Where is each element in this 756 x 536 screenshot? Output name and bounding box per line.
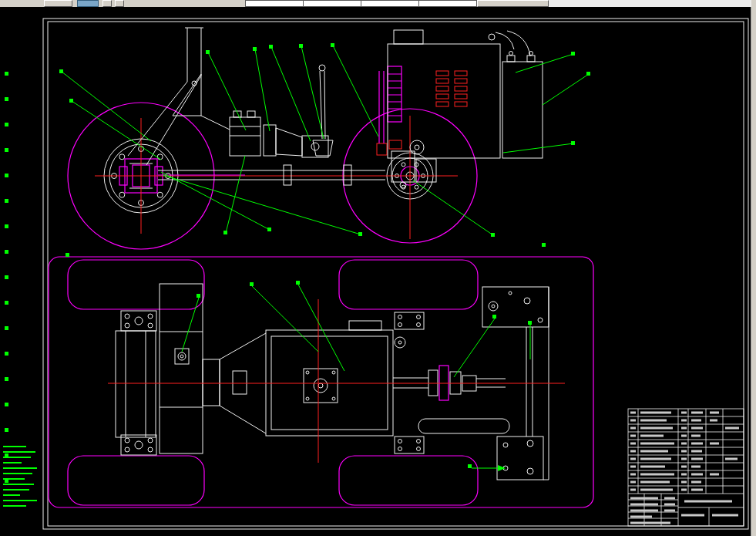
grip-handle[interactable] xyxy=(571,52,575,56)
toolbar-light-area xyxy=(549,0,751,7)
grip-handle[interactable] xyxy=(253,47,257,51)
grip-handle[interactable] xyxy=(331,43,334,47)
plan-view xyxy=(49,257,593,507)
toolbar-field-2[interactable] xyxy=(303,0,361,7)
central-gearbox xyxy=(266,321,405,436)
grip-handle[interactable] xyxy=(59,69,63,73)
grip-handle[interactable] xyxy=(5,148,8,152)
grip-handle[interactable] xyxy=(250,282,254,286)
grip-handle[interactable] xyxy=(492,315,496,319)
title-text-placeholders xyxy=(630,498,738,523)
left-axle-housing xyxy=(116,331,156,437)
grip-handle[interactable] xyxy=(5,97,8,101)
grip-handle[interactable] xyxy=(528,321,532,325)
toolbar-field-4[interactable] xyxy=(418,0,477,7)
grip-handle[interactable] xyxy=(5,301,8,305)
grip-handle[interactable] xyxy=(5,403,8,406)
steering-assembly xyxy=(230,111,328,157)
centerlines-plan xyxy=(108,299,565,463)
grip-handle[interactable] xyxy=(223,231,227,234)
toolbar-field-1[interactable] xyxy=(245,0,304,7)
grip-handle[interactable] xyxy=(5,377,8,381)
toolbar-button[interactable] xyxy=(477,0,549,7)
mount-bracket-bottom xyxy=(497,437,543,480)
grip-handle[interactable] xyxy=(5,224,8,228)
plan-boundary xyxy=(49,257,593,507)
mount-bracket-top xyxy=(482,287,549,327)
grip-handle[interactable] xyxy=(267,228,271,231)
grip-handle[interactable] xyxy=(299,44,303,48)
vertical-scrollbar[interactable] xyxy=(751,7,756,536)
grip-handle[interactable] xyxy=(5,250,8,254)
grip-handle[interactable] xyxy=(586,72,590,76)
grip-handle[interactable] xyxy=(358,232,362,236)
grip-handle[interactable] xyxy=(206,50,210,54)
roller-bar xyxy=(418,419,509,433)
grip-handle[interactable] xyxy=(5,326,8,330)
grip-handle[interactable] xyxy=(5,275,8,279)
fuel-tank xyxy=(502,52,543,159)
radiator-intake xyxy=(377,66,402,155)
grip-handle[interactable] xyxy=(5,199,8,203)
grip-column xyxy=(5,72,8,483)
drawing-canvas[interactable] xyxy=(0,0,756,536)
toolbar-field-3[interactable] xyxy=(361,0,419,7)
cad-application-window xyxy=(0,0,756,536)
grip-handle[interactable] xyxy=(296,281,300,285)
toolbar-icon-active-blue[interactable] xyxy=(77,0,99,7)
grip-handle[interactable] xyxy=(69,99,73,103)
leader-lines-plan xyxy=(182,285,530,471)
plan-wheel-rear-right xyxy=(339,456,478,505)
grip-handle[interactable] xyxy=(5,123,8,126)
grip-handle[interactable] xyxy=(542,243,546,247)
grip-handle[interactable] xyxy=(5,352,8,356)
gear-lever xyxy=(313,65,333,156)
grip-handle[interactable] xyxy=(5,174,8,177)
toolbar-icon-small-2[interactable] xyxy=(115,0,124,7)
grip-handle[interactable] xyxy=(491,233,495,237)
toolbar-icon-small-1[interactable] xyxy=(102,0,112,7)
grip-handle[interactable] xyxy=(5,72,8,76)
grip-handle[interactable] xyxy=(197,294,200,298)
grip-handle[interactable] xyxy=(269,45,273,49)
grip-handle[interactable] xyxy=(571,141,575,145)
title-block xyxy=(628,409,744,526)
grip-handle[interactable] xyxy=(66,253,69,257)
toolbar-icon-raised-group[interactable] xyxy=(44,0,72,7)
grip-handle[interactable] xyxy=(5,428,8,432)
plan-wheel-front-right xyxy=(339,260,478,309)
toolbar xyxy=(0,0,756,7)
plan-wheel-rear-left xyxy=(68,456,204,505)
plan-wheel-front-left xyxy=(68,260,204,309)
grip-handle[interactable] xyxy=(468,464,472,468)
side-view xyxy=(62,28,589,249)
engine-louvers xyxy=(436,71,467,106)
drive-shaft xyxy=(158,165,385,185)
plan-wheels xyxy=(68,260,478,505)
